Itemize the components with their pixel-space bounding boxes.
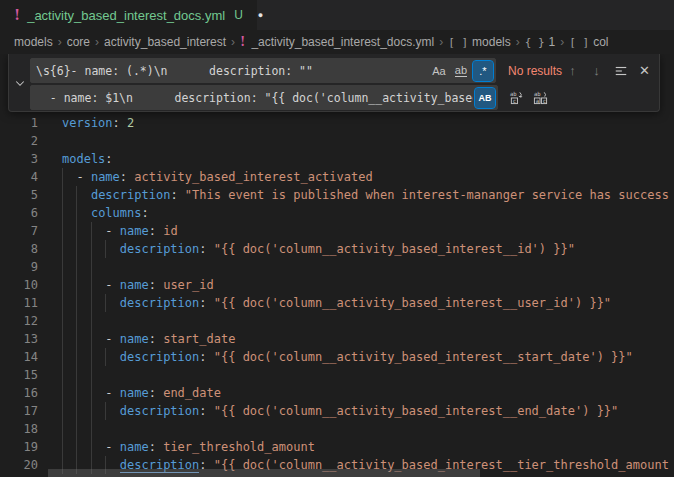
code-token: - — [76, 170, 90, 184]
find-in-selection-button[interactable] — [610, 60, 631, 81]
code-line-13[interactable]: 13 - name: start_date — [0, 330, 674, 348]
line-content[interactable]: - name: start_date — [46, 330, 674, 348]
indent-guide — [76, 384, 77, 402]
code-token: models — [62, 152, 105, 166]
indent-guide — [62, 276, 63, 294]
indent-guide — [76, 258, 77, 276]
breadcrumb-item-1[interactable]: { }1 — [525, 35, 556, 49]
line-content[interactable] — [46, 366, 674, 384]
replace-button[interactable]: abc — [506, 87, 527, 108]
line-content[interactable] — [46, 312, 674, 330]
code-token: : — [149, 278, 163, 292]
line-number: 4 — [0, 168, 46, 186]
match-case-icon: Aa — [432, 65, 445, 77]
line-content[interactable] — [46, 258, 674, 276]
line-content[interactable]: columns: — [46, 204, 674, 222]
find-input[interactable]: \s{6}- name: (.*)\n description: "" Aa a… — [30, 58, 496, 83]
git-status-badge: U — [234, 8, 243, 22]
line-content[interactable] — [46, 132, 674, 150]
line-content[interactable]: description: "{{ doc('column__activity_b… — [46, 240, 674, 258]
editor-tab[interactable]: ! _activity_based_interest_docs.yml U ● — [0, 0, 258, 30]
indent-guide — [76, 294, 77, 312]
indent-guide — [76, 312, 77, 330]
code-line-11[interactable]: 11 description: "{{ doc('column__activit… — [0, 294, 674, 312]
line-content[interactable]: description: "{{ doc('column__activity_b… — [46, 294, 674, 312]
line-content[interactable]: description: "This event is published wh… — [46, 186, 674, 204]
line-content[interactable]: description: "{{ doc('column__activity_b… — [46, 402, 674, 420]
breadcrumb-item-col[interactable]: [ ]col — [569, 35, 608, 49]
code-line-9[interactable]: 9 — [0, 258, 674, 276]
line-content[interactable]: - name: end_date — [46, 384, 674, 402]
code-token: : — [105, 152, 112, 166]
code-line-19[interactable]: 19 - name: tier_threshold_amount — [0, 438, 674, 456]
line-number: 10 — [0, 276, 46, 294]
line-number: 19 — [0, 438, 46, 456]
code-line-17[interactable]: 17 description: "{{ doc('column__activit… — [0, 402, 674, 420]
close-find-button[interactable]: ✕ — [634, 60, 655, 81]
breadcrumb-label: models — [14, 35, 53, 49]
breadcrumb-separator: › — [231, 35, 235, 49]
indent-guide — [62, 330, 63, 348]
breadcrumb-item-activity_based_interest[interactable]: activity_based_interest — [104, 35, 226, 49]
code-token: start_date — [163, 332, 235, 346]
code-line-8[interactable]: 8 description: "{{ doc('column__activity… — [0, 240, 674, 258]
indent-guide — [62, 168, 63, 186]
replace-input[interactable]: - name: $1\n description: "{{ doc('colum… — [30, 85, 498, 110]
horizontal-scrollbar-thumb[interactable] — [48, 469, 480, 477]
replace-input-value: - name: $1\n description: "{{ doc('colum… — [36, 91, 473, 105]
code-line-15[interactable]: 15 — [0, 366, 674, 384]
regex-button[interactable]: .* — [473, 61, 493, 81]
toggle-replace-button[interactable] — [9, 54, 30, 111]
editor[interactable]: 1version: 223models:4 - name: activity_b… — [0, 54, 674, 477]
indent-guide — [105, 294, 106, 312]
indent-guide — [62, 384, 63, 402]
previous-match-button[interactable]: ↑ — [562, 60, 583, 81]
find-input-value: \s{6}- name: (.*)\n description: "" — [36, 64, 427, 78]
find-status: No results — [508, 64, 562, 78]
replace-all-button[interactable]: abac — [530, 87, 551, 108]
replace-all-icon: abac — [533, 90, 548, 105]
svg-text:ab: ab — [534, 91, 541, 97]
code-line-7[interactable]: 7 - name: id — [0, 222, 674, 240]
breadcrumb-separator: › — [95, 35, 99, 49]
breadcrumb-item-models[interactable]: [ ]models — [448, 35, 511, 49]
line-content[interactable]: description: "{{ doc('column__activity_b… — [46, 348, 674, 366]
svg-text:c: c — [513, 98, 516, 104]
indent-guide — [91, 312, 92, 330]
code-line-6[interactable]: 6 columns: — [0, 204, 674, 222]
code-token: columns — [91, 206, 142, 220]
code-line-4[interactable]: 4 - name: activity_based_interest_activa… — [0, 168, 674, 186]
code-area[interactable]: 1version: 223models:4 - name: activity_b… — [0, 114, 674, 474]
line-content[interactable]: version: 2 — [46, 114, 674, 132]
line-content[interactable]: - name: tier_threshold_amount — [46, 438, 674, 456]
indent-guide — [76, 348, 77, 366]
close-icon: ✕ — [639, 63, 650, 78]
dirty-indicator-icon[interactable]: ● — [258, 10, 263, 20]
line-content[interactable]: models: — [46, 150, 674, 168]
whole-word-button[interactable]: ab — [451, 61, 471, 81]
code-token: version — [62, 116, 113, 130]
code-line-3[interactable]: 3models: — [0, 150, 674, 168]
indent-guide — [62, 348, 63, 366]
code-line-18[interactable]: 18 — [0, 420, 674, 438]
line-content[interactable] — [46, 420, 674, 438]
breadcrumb-item-_activity_based_interest_docs.yml[interactable]: !_activity_based_interest_docs.yml — [240, 35, 434, 49]
code-line-10[interactable]: 10 - name: user_id — [0, 276, 674, 294]
line-content[interactable]: - name: id — [46, 222, 674, 240]
code-line-2[interactable]: 2 — [0, 132, 674, 150]
code-line-5[interactable]: 5 description: "This event is published … — [0, 186, 674, 204]
preserve-case-button[interactable]: AB — [475, 88, 495, 108]
next-match-button[interactable]: ↓ — [586, 60, 607, 81]
line-content[interactable]: - name: user_id — [46, 276, 674, 294]
breadcrumb-item-models[interactable]: models — [14, 35, 53, 49]
code-line-14[interactable]: 14 description: "{{ doc('column__activit… — [0, 348, 674, 366]
code-line-16[interactable]: 16 - name: end_date — [0, 384, 674, 402]
match-case-button[interactable]: Aa — [429, 61, 449, 81]
breadcrumb: models›core›activity_based_interest›!_ac… — [0, 30, 674, 54]
code-line-1[interactable]: 1version: 2 — [0, 114, 674, 132]
breadcrumb-item-core[interactable]: core — [67, 35, 90, 49]
breadcrumb-label: activity_based_interest — [104, 35, 226, 49]
line-content[interactable]: - name: activity_based_interest_activate… — [46, 168, 674, 186]
code-line-12[interactable]: 12 — [0, 312, 674, 330]
svg-text:ab: ab — [510, 91, 517, 97]
